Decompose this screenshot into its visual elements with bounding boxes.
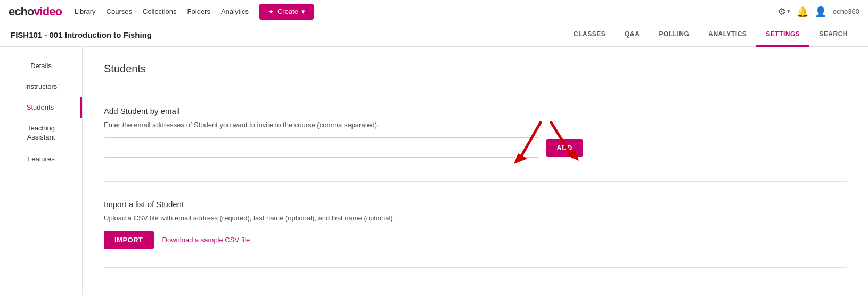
sidebar-item-students[interactable]: Students [0, 97, 82, 118]
nav-courses[interactable]: Courses [107, 7, 132, 15]
sidebar: Details Instructors Students TeachingAss… [0, 47, 83, 295]
create-label: Create [277, 7, 298, 15]
import-button[interactable]: IMPORT [104, 231, 154, 249]
logo[interactable]: echovideo [9, 5, 62, 19]
tab-classes[interactable]: CLASSES [564, 23, 615, 47]
page-title: Students [104, 63, 847, 75]
top-navigation: echovideo Library Courses Collections Fo… [0, 0, 868, 23]
user-name: echo360 [833, 7, 859, 15]
bell-icon: 🔔 [797, 6, 808, 18]
tab-settings[interactable]: SETTINGS [756, 23, 809, 47]
email-input-row: ADD [104, 137, 583, 158]
import-description: Upload a CSV file with email address (re… [104, 214, 583, 222]
sidebar-item-features[interactable]: Features [0, 149, 82, 169]
divider-top [104, 88, 847, 88]
course-header: FISH101 - 001 Introduction to Fishing CL… [0, 23, 868, 47]
gear-icon: ⚙ [777, 6, 786, 18]
sidebar-item-instructors[interactable]: Instructors [0, 76, 82, 97]
add-student-description: Enter the email addresses of Student you… [104, 121, 583, 129]
nav-library[interactable]: Library [75, 7, 96, 15]
content-area: Students Add Student by email Enter the … [83, 47, 868, 295]
nav-collections[interactable]: Collections [143, 7, 177, 15]
import-title: Import a list of Student [104, 200, 583, 209]
nav-links: Library Courses Collections Folders Anal… [75, 4, 777, 20]
tab-qa[interactable]: Q&A [615, 23, 649, 47]
divider-middle [104, 181, 847, 182]
sidebar-item-details[interactable]: Details [0, 55, 82, 76]
tab-search[interactable]: SEARCH [809, 23, 857, 47]
nav-analytics[interactable]: Analytics [221, 7, 249, 15]
email-input[interactable] [104, 137, 539, 158]
logo-echo: echo [9, 5, 34, 18]
tab-analytics[interactable]: ANALYTICS [699, 23, 756, 47]
import-row: IMPORT Download a sample CSV file [104, 231, 583, 249]
add-student-section: Add Student by email Enter the email add… [104, 101, 583, 168]
tab-polling[interactable]: POLLING [649, 23, 699, 47]
course-tabs: CLASSES Q&A POLLING ANALYTICS SETTINGS S… [564, 23, 857, 46]
nav-folders[interactable]: Folders [187, 7, 210, 15]
user-icon: 👤 [815, 6, 826, 18]
nav-right: ⚙ ▾ 🔔 👤 echo360 [777, 6, 859, 18]
download-csv-link[interactable]: Download a sample CSV file [162, 236, 250, 244]
divider-bottom [104, 267, 847, 268]
main-layout: Details Instructors Students TeachingAss… [0, 47, 868, 295]
gear-chevron-icon: ▾ [787, 8, 790, 15]
add-student-title: Add Student by email [104, 106, 583, 116]
settings-gear-button[interactable]: ⚙ ▾ [777, 6, 790, 18]
logo-video: video [34, 5, 61, 18]
create-button[interactable]: ✦ Create ▾ [259, 4, 314, 20]
course-title: FISH101 - 001 Introduction to Fishing [11, 30, 152, 39]
import-section: Import a list of Student Upload a CSV fi… [104, 194, 583, 255]
user-profile-button[interactable]: 👤 [815, 6, 826, 18]
add-student-button[interactable]: ADD [546, 139, 583, 157]
sidebar-item-teaching-assistant[interactable]: TeachingAssistant [0, 118, 82, 149]
sparkle-icon: ✦ [268, 7, 274, 16]
notifications-bell-button[interactable]: 🔔 [797, 6, 808, 18]
create-chevron-icon: ▾ [301, 7, 305, 15]
